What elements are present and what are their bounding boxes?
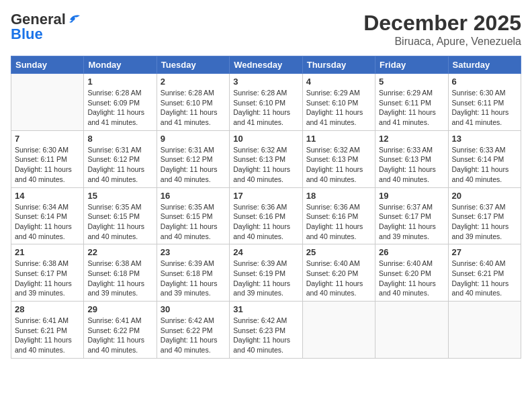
cell-info: Sunrise: 6:34 AMSunset: 6:14 PMDaylight:… xyxy=(15,202,80,242)
calendar-cell: 8Sunrise: 6:31 AMSunset: 6:12 PMDaylight… xyxy=(84,130,157,187)
calendar-cell: 20Sunrise: 6:37 AMSunset: 6:17 PMDayligh… xyxy=(448,187,521,244)
day-number: 17 xyxy=(233,191,298,201)
cell-info: Sunrise: 6:32 AMSunset: 6:13 PMDaylight:… xyxy=(306,145,371,185)
day-number: 30 xyxy=(161,304,226,314)
calendar-cell: 14Sunrise: 6:34 AMSunset: 6:14 PMDayligh… xyxy=(11,187,84,244)
cell-info: Sunrise: 6:41 AMSunset: 6:22 PMDaylight:… xyxy=(87,316,152,355)
calendar-cell: 31Sunrise: 6:42 AMSunset: 6:23 PMDayligh… xyxy=(230,302,302,359)
weekday-header-tuesday: Tuesday xyxy=(157,56,229,74)
calendar-cell: 25Sunrise: 6:40 AMSunset: 6:20 PMDayligh… xyxy=(302,244,375,302)
logo-bird-icon xyxy=(66,13,81,25)
calendar-cell xyxy=(302,302,375,359)
day-number: 8 xyxy=(87,134,152,144)
weekday-header-saturday: Saturday xyxy=(448,56,521,74)
calendar-cell: 28Sunrise: 6:41 AMSunset: 6:21 PMDayligh… xyxy=(11,302,84,359)
cell-info: Sunrise: 6:42 AMSunset: 6:22 PMDaylight:… xyxy=(161,316,226,355)
calendar-cell: 26Sunrise: 6:40 AMSunset: 6:20 PMDayligh… xyxy=(375,244,448,302)
calendar-cell: 13Sunrise: 6:33 AMSunset: 6:14 PMDayligh… xyxy=(448,130,521,187)
calendar-cell: 9Sunrise: 6:31 AMSunset: 6:12 PMDaylight… xyxy=(157,130,229,187)
weekday-header-monday: Monday xyxy=(84,56,157,74)
calendar: SundayMondayTuesdayWednesdayThursdayFrid… xyxy=(11,56,521,359)
weekday-header-row: SundayMondayTuesdayWednesdayThursdayFrid… xyxy=(11,56,521,74)
day-number: 7 xyxy=(15,134,80,144)
day-number: 6 xyxy=(452,77,517,87)
day-number: 19 xyxy=(379,191,444,201)
calendar-cell: 6Sunrise: 6:30 AMSunset: 6:11 PMDaylight… xyxy=(448,74,521,131)
weekday-header-friday: Friday xyxy=(375,56,448,74)
calendar-cell: 10Sunrise: 6:32 AMSunset: 6:13 PMDayligh… xyxy=(230,130,302,187)
calendar-cell: 17Sunrise: 6:36 AMSunset: 6:16 PMDayligh… xyxy=(230,187,302,244)
cell-info: Sunrise: 6:30 AMSunset: 6:11 PMDaylight:… xyxy=(15,145,80,185)
day-number: 4 xyxy=(306,77,371,87)
cell-info: Sunrise: 6:29 AMSunset: 6:11 PMDaylight:… xyxy=(379,88,444,128)
calendar-cell: 21Sunrise: 6:38 AMSunset: 6:17 PMDayligh… xyxy=(11,244,84,302)
cell-info: Sunrise: 6:39 AMSunset: 6:18 PMDaylight:… xyxy=(161,259,226,298)
day-number: 9 xyxy=(161,134,226,144)
day-number: 29 xyxy=(87,304,152,314)
logo: General Blue xyxy=(11,11,81,43)
calendar-cell: 15Sunrise: 6:35 AMSunset: 6:15 PMDayligh… xyxy=(84,187,157,244)
day-number: 27 xyxy=(452,247,517,257)
cell-info: Sunrise: 6:33 AMSunset: 6:13 PMDaylight:… xyxy=(379,145,444,185)
calendar-cell: 29Sunrise: 6:41 AMSunset: 6:22 PMDayligh… xyxy=(84,302,157,359)
month-title: December 2025 xyxy=(363,11,521,36)
cell-info: Sunrise: 6:30 AMSunset: 6:11 PMDaylight:… xyxy=(452,88,517,128)
cell-info: Sunrise: 6:35 AMSunset: 6:15 PMDaylight:… xyxy=(87,202,152,242)
day-number: 3 xyxy=(233,77,298,87)
cell-info: Sunrise: 6:28 AMSunset: 6:09 PMDaylight:… xyxy=(87,88,152,128)
location: Biruaca, Apure, Venezuela xyxy=(363,36,521,48)
day-number: 24 xyxy=(233,247,298,257)
day-number: 14 xyxy=(15,191,80,201)
cell-info: Sunrise: 6:39 AMSunset: 6:19 PMDaylight:… xyxy=(233,259,298,298)
day-number: 31 xyxy=(233,304,298,314)
cell-info: Sunrise: 6:28 AMSunset: 6:10 PMDaylight:… xyxy=(161,88,226,128)
cell-info: Sunrise: 6:32 AMSunset: 6:13 PMDaylight:… xyxy=(233,145,298,185)
day-number: 16 xyxy=(161,191,226,201)
cell-info: Sunrise: 6:37 AMSunset: 6:17 PMDaylight:… xyxy=(379,202,444,242)
calendar-cell: 4Sunrise: 6:29 AMSunset: 6:10 PMDaylight… xyxy=(302,74,375,131)
day-number: 22 xyxy=(87,247,152,257)
cell-info: Sunrise: 6:36 AMSunset: 6:16 PMDaylight:… xyxy=(233,202,298,242)
calendar-cell: 18Sunrise: 6:36 AMSunset: 6:16 PMDayligh… xyxy=(302,187,375,244)
day-number: 11 xyxy=(306,134,371,144)
cell-info: Sunrise: 6:31 AMSunset: 6:12 PMDaylight:… xyxy=(87,145,152,185)
day-number: 25 xyxy=(306,247,371,257)
calendar-cell: 1Sunrise: 6:28 AMSunset: 6:09 PMDaylight… xyxy=(84,74,157,131)
day-number: 5 xyxy=(379,77,444,87)
cell-info: Sunrise: 6:38 AMSunset: 6:17 PMDaylight:… xyxy=(15,259,80,298)
calendar-week-row: 7Sunrise: 6:30 AMSunset: 6:11 PMDaylight… xyxy=(11,130,521,187)
day-number: 15 xyxy=(87,191,152,201)
cell-info: Sunrise: 6:35 AMSunset: 6:15 PMDaylight:… xyxy=(161,202,226,242)
day-number: 1 xyxy=(87,77,152,87)
calendar-cell xyxy=(375,302,448,359)
cell-info: Sunrise: 6:38 AMSunset: 6:18 PMDaylight:… xyxy=(87,259,152,298)
day-number: 12 xyxy=(379,134,444,144)
cell-info: Sunrise: 6:41 AMSunset: 6:21 PMDaylight:… xyxy=(15,316,80,355)
calendar-cell: 16Sunrise: 6:35 AMSunset: 6:15 PMDayligh… xyxy=(157,187,229,244)
calendar-cell: 24Sunrise: 6:39 AMSunset: 6:19 PMDayligh… xyxy=(230,244,302,302)
calendar-cell: 19Sunrise: 6:37 AMSunset: 6:17 PMDayligh… xyxy=(375,187,448,244)
calendar-cell: 3Sunrise: 6:28 AMSunset: 6:10 PMDaylight… xyxy=(230,74,302,131)
cell-info: Sunrise: 6:28 AMSunset: 6:10 PMDaylight:… xyxy=(233,88,298,128)
cell-info: Sunrise: 6:40 AMSunset: 6:20 PMDaylight:… xyxy=(306,259,371,298)
weekday-header-thursday: Thursday xyxy=(302,56,375,74)
cell-info: Sunrise: 6:37 AMSunset: 6:17 PMDaylight:… xyxy=(452,202,517,242)
cell-info: Sunrise: 6:29 AMSunset: 6:10 PMDaylight:… xyxy=(306,88,371,128)
header: General Blue December 2025 Biruaca, Apur… xyxy=(11,11,521,48)
weekday-header-wednesday: Wednesday xyxy=(230,56,302,74)
calendar-cell: 30Sunrise: 6:42 AMSunset: 6:22 PMDayligh… xyxy=(157,302,229,359)
cell-info: Sunrise: 6:40 AMSunset: 6:20 PMDaylight:… xyxy=(379,259,444,298)
calendar-cell: 11Sunrise: 6:32 AMSunset: 6:13 PMDayligh… xyxy=(302,130,375,187)
calendar-cell: 2Sunrise: 6:28 AMSunset: 6:10 PMDaylight… xyxy=(157,74,229,131)
calendar-cell: 27Sunrise: 6:40 AMSunset: 6:21 PMDayligh… xyxy=(448,244,521,302)
calendar-cell: 7Sunrise: 6:30 AMSunset: 6:11 PMDaylight… xyxy=(11,130,84,187)
day-number: 10 xyxy=(233,134,298,144)
calendar-week-row: 1Sunrise: 6:28 AMSunset: 6:09 PMDaylight… xyxy=(11,74,521,131)
weekday-header-sunday: Sunday xyxy=(11,56,84,74)
day-number: 18 xyxy=(306,191,371,201)
cell-info: Sunrise: 6:31 AMSunset: 6:12 PMDaylight:… xyxy=(161,145,226,185)
day-number: 20 xyxy=(452,191,517,201)
day-number: 23 xyxy=(161,247,226,257)
calendar-cell: 5Sunrise: 6:29 AMSunset: 6:11 PMDaylight… xyxy=(375,74,448,131)
cell-info: Sunrise: 6:42 AMSunset: 6:23 PMDaylight:… xyxy=(233,316,298,355)
